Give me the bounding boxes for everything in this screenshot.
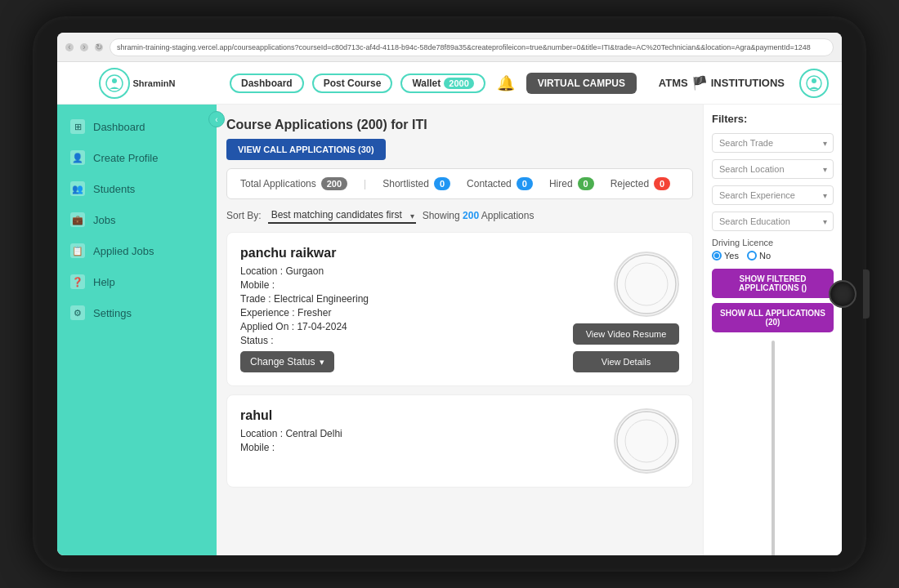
mobile-field-2: Mobile : bbox=[240, 442, 563, 453]
logo-text: ShraminN bbox=[133, 78, 176, 88]
atms-logo: ATMS 🏴 INSTITUTIONS bbox=[659, 75, 785, 91]
refresh-button[interactable]: ↻ bbox=[95, 43, 103, 51]
trade-filter[interactable]: Search Trade bbox=[712, 133, 834, 153]
top-header: Dashboard Post Course Wallet 2000 🔔 VIRT… bbox=[217, 62, 842, 105]
sort-select-wrapper[interactable]: Best matching candidates first bbox=[268, 207, 416, 224]
experience-filter[interactable]: Search Experience bbox=[712, 185, 834, 205]
rejected-count-badge: 0 bbox=[654, 177, 670, 190]
forward-button[interactable]: › bbox=[80, 43, 88, 51]
driving-licence-radio-group: Yes No bbox=[712, 251, 834, 261]
contacted-count-badge: 0 bbox=[517, 177, 533, 190]
driving-yes-option[interactable]: Yes bbox=[712, 251, 739, 261]
svg-point-5 bbox=[625, 263, 668, 305]
view-details-button-1[interactable]: View Details bbox=[573, 351, 679, 372]
change-status-button-1[interactable]: Change Status bbox=[240, 351, 334, 372]
svg-point-1 bbox=[112, 78, 117, 83]
location-field-1: Location : Gurgaon bbox=[240, 265, 563, 277]
wallet-count-badge: 2000 bbox=[444, 78, 473, 89]
shortlisted-count-badge: 0 bbox=[434, 177, 450, 190]
mobile-field-1: Mobile : bbox=[240, 279, 563, 291]
applied-on-field-1: Applied On : 17-04-2024 bbox=[240, 321, 563, 332]
sidebar-item-settings[interactable]: ⚙ Settings bbox=[57, 297, 217, 328]
contacted-stat: Contacted 0 bbox=[467, 177, 533, 190]
showing-count: 200 bbox=[463, 210, 479, 221]
sidebar-item-jobs[interactable]: 💼 Jobs bbox=[57, 204, 217, 235]
sort-select[interactable]: Best matching candidates first bbox=[268, 207, 416, 224]
hired-count-badge: 0 bbox=[578, 177, 594, 190]
experience-field-1: Experience : Fresher bbox=[240, 307, 563, 318]
applied-jobs-icon: 📋 bbox=[70, 243, 85, 258]
education-filter[interactable]: Search Education bbox=[712, 212, 834, 231]
driving-no-option[interactable]: No bbox=[747, 251, 771, 261]
sidebar-item-dashboard[interactable]: ⊞ Dashboard bbox=[57, 111, 217, 142]
scrollbar[interactable] bbox=[772, 341, 775, 555]
candidate-avatar-2 bbox=[614, 408, 679, 474]
sidebar-item-create-profile[interactable]: 👤 Create Profile bbox=[57, 142, 217, 173]
sort-bar: Sort By: Best matching candidates first … bbox=[226, 207, 693, 224]
trade-field-1: Trade : Electrical Engineering bbox=[240, 293, 563, 305]
sidebar-item-help[interactable]: ❓ Help bbox=[57, 266, 217, 297]
shortlisted-stat: Shortlisted 0 bbox=[382, 177, 450, 190]
svg-point-6 bbox=[617, 412, 676, 470]
svg-point-3 bbox=[812, 78, 816, 83]
status-field-1: Status : bbox=[240, 335, 563, 346]
dashboard-pill[interactable]: Dashboard bbox=[230, 74, 304, 93]
bell-icon[interactable]: 🔔 bbox=[497, 74, 515, 92]
candidate-info-1: panchu raikwar Location : Gurgaon Mobile… bbox=[240, 246, 563, 372]
sidebar-item-students[interactable]: 👥 Students bbox=[57, 173, 217, 204]
driving-yes-radio[interactable] bbox=[712, 251, 722, 261]
dashboard-icon: ⊞ bbox=[70, 119, 85, 134]
candidate-actions-2 bbox=[573, 408, 679, 474]
filter-title: Filters: bbox=[712, 113, 834, 125]
jobs-icon: 💼 bbox=[70, 212, 85, 227]
post-course-pill[interactable]: Post Course bbox=[312, 74, 393, 93]
page-title: Course Applications (200) for ITI bbox=[226, 118, 427, 132]
filter-panel: Filters: Search Trade Search Location bbox=[703, 105, 842, 555]
logo-icon bbox=[99, 68, 130, 99]
sidebar: ShraminN ‹ ⊞ Dashboard 👤 Create Profile … bbox=[57, 62, 217, 555]
total-count-badge: 200 bbox=[321, 177, 347, 190]
driving-no-radio[interactable] bbox=[747, 251, 757, 261]
location-filter[interactable]: Search Location bbox=[712, 159, 834, 179]
view-all-applications-button[interactable]: VIEW CALL APPLICATIONS (30) bbox=[226, 139, 386, 160]
main-panel: Course Applications (200) for ITI VIEW C… bbox=[217, 105, 703, 555]
candidate-card-1: panchu raikwar Location : Gurgaon Mobile… bbox=[226, 232, 693, 386]
show-filtered-button[interactable]: SHOW FILTERED APPLICATIONS () bbox=[712, 269, 834, 298]
wallet-pill[interactable]: Wallet 2000 bbox=[400, 74, 485, 93]
rejected-stat: Rejected 0 bbox=[611, 177, 671, 190]
page-header: Course Applications (200) for ITI bbox=[226, 114, 693, 139]
svg-point-4 bbox=[617, 255, 676, 314]
browser-bar: ‹ › ↻ shramin-training-staging.vercel.ap… bbox=[57, 33, 842, 62]
create-profile-icon: 👤 bbox=[70, 150, 85, 165]
sidebar-item-applied-jobs[interactable]: 📋 Applied Jobs bbox=[57, 235, 217, 266]
candidate-card-2: rahul Location : Central Delhi Mobile : bbox=[226, 394, 693, 488]
sidebar-logo: ShraminN bbox=[57, 62, 217, 105]
location-field-2: Location : Central Delhi bbox=[240, 428, 563, 439]
show-all-button[interactable]: SHOW ALL APPLICATIONS (20) bbox=[712, 303, 834, 332]
settings-icon: ⚙ bbox=[70, 305, 85, 320]
flag-icon: 🏴 bbox=[691, 75, 708, 91]
candidate-name-2: rahul bbox=[240, 408, 563, 423]
candidate-name-1: panchu raikwar bbox=[240, 246, 563, 261]
location-filter-wrapper[interactable]: Search Location bbox=[712, 159, 834, 179]
sidebar-collapse-button[interactable]: ‹ bbox=[208, 111, 225, 127]
hired-stat: Hired 0 bbox=[549, 177, 594, 190]
candidate-info-2: rahul Location : Central Delhi Mobile : bbox=[240, 408, 563, 474]
help-icon: ❓ bbox=[70, 274, 85, 289]
students-icon: 👥 bbox=[70, 181, 85, 196]
trade-filter-wrapper[interactable]: Search Trade bbox=[712, 133, 834, 153]
virtual-campus-button[interactable]: VIRTUAL CAMPUS bbox=[526, 73, 637, 94]
education-filter-wrapper[interactable]: Search Education bbox=[712, 212, 834, 231]
candidate-avatar-1 bbox=[614, 252, 679, 317]
address-bar[interactable]: shramin-training-staging.vercel.app/cour… bbox=[110, 38, 834, 56]
experience-filter-wrapper[interactable]: Search Experience bbox=[712, 185, 834, 205]
driving-label: Driving Licence bbox=[712, 238, 834, 247]
view-video-resume-button-1[interactable]: View Video Resume bbox=[573, 323, 679, 345]
candidate-actions-1: View Video Resume View Details bbox=[573, 246, 679, 372]
shramin-logo-small bbox=[799, 69, 829, 98]
sidebar-nav: ⊞ Dashboard 👤 Create Profile 👥 Students … bbox=[57, 105, 217, 555]
total-applications-stat: Total Applications 200 bbox=[240, 177, 347, 190]
back-button[interactable]: ‹ bbox=[65, 43, 74, 51]
svg-point-7 bbox=[625, 420, 668, 462]
stats-bar: Total Applications 200 | Shortlisted 0 C… bbox=[226, 168, 693, 199]
